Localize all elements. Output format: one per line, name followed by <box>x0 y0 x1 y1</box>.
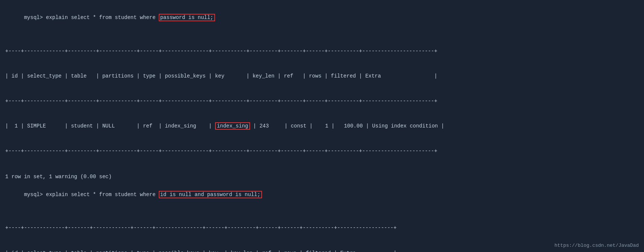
prompt-line-2: mysql> explain select * from student whe… <box>5 183 639 207</box>
prompt-line-1: mysql> explain select * from student whe… <box>5 6 639 29</box>
table-header-1: | id | select_type | table | partitions … <box>5 72 639 80</box>
query-block-2: mysql> explain select * from student whe… <box>5 183 639 252</box>
terminal: mysql> explain select * from student whe… <box>5 6 639 252</box>
highlight-query-1: password is null; <box>159 14 215 21</box>
table-separator-1c: +----+-------------+---------+----------… <box>5 147 639 155</box>
table-header-2: | id | select_type | table | partitions … <box>5 249 639 252</box>
watermark: https://blog.csdn.net/JavaDad <box>555 243 639 248</box>
prompt-prefix-1: mysql> explain select * from student whe… <box>24 15 158 21</box>
table-separator-1a: +----+-------------+---------+----------… <box>5 47 639 55</box>
table-1: +----+-------------+---------+----------… <box>5 30 639 172</box>
table-2: +----+-------------+-------+------------… <box>5 207 639 252</box>
prompt-prefix-2: mysql> explain select * from student whe… <box>24 192 158 198</box>
highlight-query-2: id is null and password is null; <box>159 191 262 198</box>
table-separator-1b: +----+-------------+---------+----------… <box>5 97 639 105</box>
table-data-1: | 1 | SIMPLE | student | NULL | ref | in… <box>5 122 639 130</box>
result-line-1: 1 row in set, 1 warning (0.00 sec) <box>5 173 639 181</box>
table-separator-2a: +----+-------------+-------+------------… <box>5 224 639 232</box>
key-highlight-1: index_sing <box>215 122 250 130</box>
query-block-1: mysql> explain select * from student whe… <box>5 6 639 181</box>
